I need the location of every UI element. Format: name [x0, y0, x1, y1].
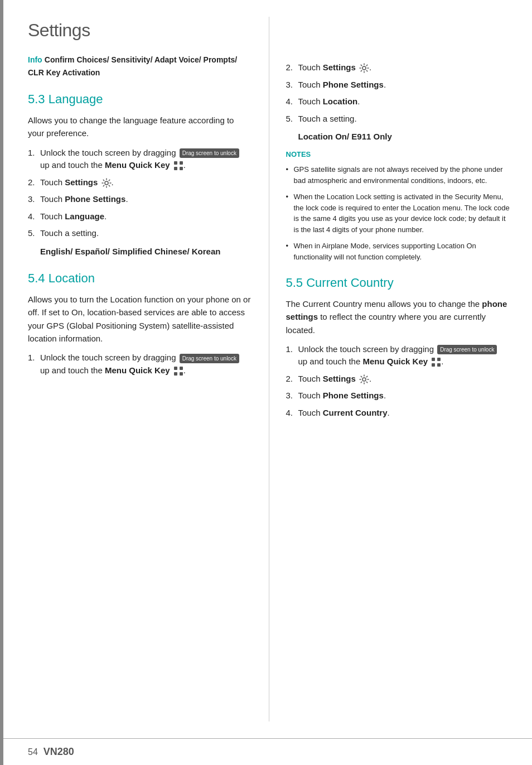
step-item: 1. Unlock the touch screen by dragging D…	[286, 343, 510, 368]
svg-rect-7	[174, 372, 177, 376]
settings-icon	[359, 374, 369, 384]
svg-point-4	[105, 181, 108, 185]
info-text: Confirm Choices/ Sensitivity/ Adapt Voic…	[28, 55, 237, 77]
step-item: 3. Touch Phone Settings.	[286, 389, 510, 402]
step-item: 5. Touch a setting.	[286, 113, 510, 126]
notes-list: GPS satellite signals are not always rec…	[286, 164, 510, 262]
step-item: 1. Unlock the touch screen by dragging D…	[28, 147, 252, 172]
step-number: 3.	[286, 79, 298, 92]
menu-quick-key-icon	[173, 366, 183, 376]
step-text: Touch Phone Settings.	[298, 79, 510, 92]
section-53-title: 5.3 Language	[28, 90, 252, 108]
drag-badge: Drag screen to unlock	[180, 354, 239, 363]
svg-rect-2	[174, 167, 177, 170]
footer: 54 VN280	[0, 738, 532, 765]
section-55-steps: 1. Unlock the touch screen by dragging D…	[286, 343, 510, 420]
svg-rect-8	[180, 372, 183, 376]
section-53-body: Allows you to change the language featur…	[28, 114, 252, 140]
step-text: Touch Language.	[40, 210, 252, 223]
footer-page-number: 54	[28, 745, 38, 759]
step-text: Touch Phone Settings.	[40, 193, 252, 206]
step-number: 1.	[286, 343, 298, 356]
step-item: 5. Touch a setting.	[28, 227, 252, 240]
step-number: 1.	[28, 147, 40, 160]
footer-model: VN280	[43, 744, 74, 759]
section-54-steps-right: 2. Touch Settings . 3. Touch P	[286, 61, 510, 125]
step-number: 2.	[28, 176, 40, 189]
step-number: 3.	[28, 193, 40, 206]
note-item: GPS satellite signals are not always rec…	[286, 164, 510, 186]
location-options: Location On/ E911 Only	[298, 131, 510, 143]
step-text: Touch Location.	[298, 95, 510, 108]
section-54-steps-left: 1. Unlock the touch screen by dragging D…	[28, 352, 252, 377]
section-55-title: 5.5 Current Country	[286, 273, 510, 292]
menu-quick-key-icon	[431, 357, 441, 367]
drag-badge: Drag screen to unlock	[180, 148, 239, 158]
step-item: 1. Unlock the touch screen by dragging D…	[28, 352, 252, 377]
step-text: Unlock the touch screen by dragging Drag…	[298, 343, 510, 368]
step-number: 4.	[28, 210, 40, 223]
step-text: Touch Current Country.	[298, 407, 510, 420]
note-item: When in Airplane Mode, services supporti…	[286, 240, 510, 262]
step-item: 4. Touch Language.	[28, 210, 252, 223]
step-text: Unlock the touch screen by dragging Drag…	[40, 352, 252, 377]
drag-badge: Drag screen to unlock	[437, 345, 497, 354]
step-item: 3. Touch Phone Settings.	[28, 193, 252, 206]
step-number: 2.	[286, 373, 298, 386]
step-item: 3. Touch Phone Settings.	[286, 79, 510, 92]
language-options: English/ Español/ Simplified Chinese/ Ko…	[40, 246, 252, 258]
step-item: 2. Touch Settings .	[286, 61, 510, 74]
step-text: Touch Settings .	[298, 61, 510, 74]
step-item: 2. Touch Settings .	[286, 373, 510, 386]
page: Settings Info Confirm Choices/ Sensitivi…	[0, 0, 532, 765]
left-column: Settings Info Confirm Choices/ Sensitivi…	[28, 17, 269, 721]
step-number: 2.	[286, 61, 298, 74]
step-number: 4.	[286, 407, 298, 420]
menu-quick-key-icon	[173, 161, 183, 171]
section-53-steps: 1. Unlock the touch screen by dragging D…	[28, 147, 252, 240]
note-item: When the Location Lock setting is activa…	[286, 191, 510, 235]
top-bar-accent	[0, 0, 3, 765]
settings-icon	[101, 178, 112, 188]
step-text: Touch a setting.	[40, 227, 252, 240]
step-number: 3.	[286, 389, 298, 402]
step-item: 4. Touch Current Country.	[286, 407, 510, 420]
info-block: Info Confirm Choices/ Sensitivity/ Adapt…	[28, 54, 252, 79]
svg-rect-0	[174, 161, 177, 165]
step-text: Touch Settings .	[298, 373, 510, 386]
step-item: 2. Touch Settings .	[28, 176, 252, 189]
section-54-title: 5.4 Location	[28, 269, 252, 287]
step-text: Unlock the touch screen by dragging Drag…	[40, 147, 252, 172]
svg-rect-10	[432, 358, 435, 361]
section-55-body: The Current Country menu allows you to c…	[286, 297, 510, 336]
svg-point-9	[362, 66, 366, 70]
svg-point-14	[362, 378, 366, 381]
svg-rect-12	[432, 363, 435, 367]
content-area: Settings Info Confirm Choices/ Sensitivi…	[0, 0, 532, 738]
right-column: 2. Touch Settings . 3. Touch P	[269, 17, 510, 721]
svg-rect-6	[180, 367, 183, 370]
info-label: Info	[28, 55, 42, 64]
step-number: 5.	[286, 113, 298, 126]
svg-rect-1	[180, 161, 183, 165]
svg-rect-11	[437, 358, 441, 361]
svg-rect-5	[174, 367, 177, 370]
settings-icon	[359, 63, 369, 73]
svg-rect-13	[437, 363, 441, 367]
step-number: 4.	[286, 95, 298, 108]
svg-rect-3	[180, 167, 183, 170]
step-number: 1.	[28, 352, 40, 364]
section-54-body: Allows you to turn the Location function…	[28, 293, 252, 345]
step-item: 4. Touch Location.	[286, 95, 510, 108]
page-title: Settings	[28, 17, 252, 44]
step-text: Touch Phone Settings.	[298, 389, 510, 402]
step-text: Touch a setting.	[298, 113, 510, 126]
notes-label: NOTES	[286, 149, 510, 160]
step-number: 5.	[28, 227, 40, 240]
step-text: Touch Settings .	[40, 176, 252, 189]
